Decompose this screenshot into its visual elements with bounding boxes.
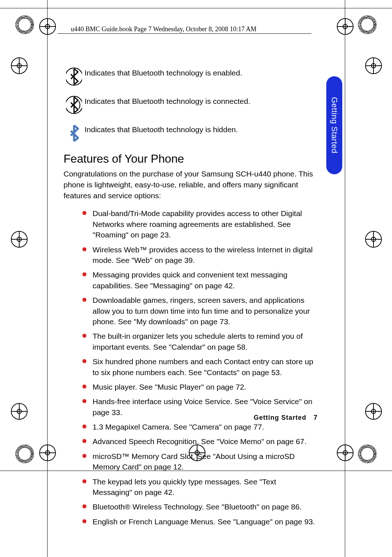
indicator-row: Indicates that Bluetooth technology is c… xyxy=(64,95,318,114)
list-item: Six hundred phone numbers and each Conta… xyxy=(82,356,318,378)
bluetooth-enabled-icon xyxy=(66,67,82,86)
bluetooth-hidden-icon xyxy=(66,124,82,143)
section-heading: Features of Your Phone xyxy=(64,152,318,166)
list-item: Messaging provides quick and convenient … xyxy=(82,269,318,291)
crop-line xyxy=(345,0,345,557)
crosshair-icon xyxy=(365,403,382,420)
indicator-row: Indicates that Bluetooth technology is h… xyxy=(64,124,318,143)
crosshair-icon xyxy=(11,403,28,420)
list-item: The keypad lets you quickly type message… xyxy=(82,476,318,498)
crosshair-icon xyxy=(39,18,56,35)
feature-list: Dual-band/Tri-Mode capability provides a… xyxy=(82,208,318,527)
footer-page-number: 7 xyxy=(314,414,318,421)
registration-mark-icon xyxy=(15,444,34,463)
crosshair-icon xyxy=(365,231,382,248)
registration-mark-icon xyxy=(358,15,377,34)
list-item: English or French Language Menus. See "L… xyxy=(82,516,318,527)
crosshair-icon xyxy=(337,18,354,35)
bluetooth-connected-icon xyxy=(66,95,82,114)
list-item: Music player. See "Music Player" on page… xyxy=(82,382,318,392)
list-item: Dual-band/Tri-Mode capability provides a… xyxy=(82,208,318,240)
crosshair-icon xyxy=(11,57,28,74)
crop-line xyxy=(0,8,392,8)
list-item: Advanced Speech Recognition. See "Voice … xyxy=(82,436,318,447)
indicator-text: Indicates that Bluetooth technology is e… xyxy=(85,67,242,78)
page-footer: Getting Started 7 xyxy=(64,414,318,422)
header-rule xyxy=(57,33,311,34)
page-content: Indicates that Bluetooth technology is e… xyxy=(64,67,318,531)
section-side-tab: Getting Started xyxy=(326,76,342,174)
registration-mark-icon xyxy=(358,444,377,463)
list-item: 1.3 Megapixel Camera. See "Camera" on pa… xyxy=(82,422,318,432)
intro-paragraph: Congratulations on the purchase of your … xyxy=(64,168,318,201)
crosshair-icon xyxy=(337,444,354,461)
indicator-text: Indicates that Bluetooth technology is c… xyxy=(85,95,250,106)
crosshair-icon xyxy=(365,57,382,74)
side-tab-label: Getting Started xyxy=(330,97,339,153)
list-item: The built-in organizer lets you schedule… xyxy=(82,331,318,352)
list-item: microSD™ Memory Card Slot. See "About Us… xyxy=(82,451,318,472)
list-item: Bluetooth® Wireless Technology. See "Blu… xyxy=(82,501,318,512)
indicator-row: Indicates that Bluetooth technology is e… xyxy=(64,67,318,86)
crosshair-icon xyxy=(11,231,28,248)
crosshair-icon xyxy=(39,444,56,461)
crop-line xyxy=(47,0,48,557)
document-header-path: u440 BMC Guide.book Page 7 Wednesday, Oc… xyxy=(71,25,257,33)
list-item: Wireless Web™ provides access to the wir… xyxy=(82,244,318,266)
registration-mark-icon xyxy=(15,15,34,34)
list-item: Downloadable games, ringers, screen save… xyxy=(82,295,318,327)
footer-section-label: Getting Started xyxy=(254,414,306,421)
indicator-text: Indicates that Bluetooth technology is h… xyxy=(85,124,238,135)
